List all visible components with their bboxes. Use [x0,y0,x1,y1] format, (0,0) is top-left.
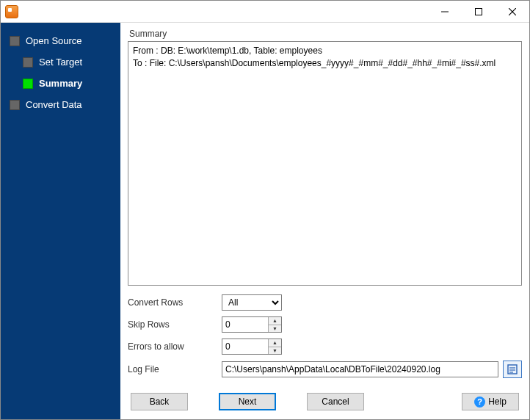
summary-heading: Summary [128,29,522,41]
next-button[interactable]: Next [219,393,276,410]
spin-down-icon[interactable]: ▼ [269,325,281,333]
help-icon: ? [474,397,485,408]
skip-rows-stepper[interactable]: ▲ ▼ [222,316,282,333]
convert-rows-label: Convert Rows [128,297,222,308]
close-icon [509,8,516,15]
browse-icon [507,364,518,374]
help-button-label: Help [488,397,507,407]
sidebar-item-summary[interactable]: Summary [7,73,120,94]
app-icon [5,5,18,18]
log-file-label: Log File [128,364,222,374]
log-file-input[interactable] [222,361,498,377]
spin-up-icon[interactable]: ▲ [269,317,281,325]
minimize-icon [441,8,449,15]
errors-allow-label: Errors to allow [128,341,222,352]
spin-down-icon[interactable]: ▼ [269,347,281,355]
skip-rows-input[interactable] [222,317,268,332]
step-indicator-icon [23,79,33,89]
sidebar-item-label: Summary [39,78,82,89]
help-button[interactable]: ? Help [462,393,519,410]
step-indicator-icon [10,36,20,46]
log-file-browse-button[interactable] [503,361,522,378]
convert-rows-select[interactable]: All [222,294,282,311]
summary-textbox[interactable]: From : DB: E:\work\temp\1.db, Table: emp… [128,41,522,286]
back-button[interactable]: Back [131,393,188,410]
window-maximize-button[interactable] [462,1,495,22]
maximize-icon [475,8,482,15]
sidebar-item-convert-data[interactable]: Convert Data [7,94,120,115]
window-minimize-button[interactable] [428,1,462,22]
wizard-sidebar: Open Source Set Target Summary Convert D… [1,23,120,419]
svg-line-2 [509,8,516,15]
sidebar-item-open-source[interactable]: Open Source [7,30,120,51]
sidebar-item-label: Convert Data [26,99,82,110]
content-pane: Summary From : DB: E:\work\temp\1.db, Ta… [120,23,529,419]
errors-allow-input[interactable] [222,339,268,354]
sidebar-item-label: Open Source [26,35,82,46]
errors-allow-stepper[interactable]: ▲ ▼ [222,338,282,355]
skip-rows-label: Skip Rows [128,319,222,330]
wizard-button-bar: Back Next Cancel ? Help [128,393,522,415]
spin-up-icon[interactable]: ▲ [269,339,281,347]
sidebar-item-label: Set Target [39,57,82,68]
step-indicator-icon [10,100,20,110]
svg-line-3 [509,8,516,15]
titlebar [1,1,529,23]
step-indicator-icon [23,57,33,68]
cancel-button[interactable]: Cancel [307,393,364,410]
sidebar-item-set-target[interactable]: Set Target [7,51,120,73]
window-close-button[interactable] [495,1,529,22]
svg-rect-1 [476,8,482,15]
options-form: Convert Rows All Skip Rows ▲ ▼ Errors to… [128,294,522,378]
